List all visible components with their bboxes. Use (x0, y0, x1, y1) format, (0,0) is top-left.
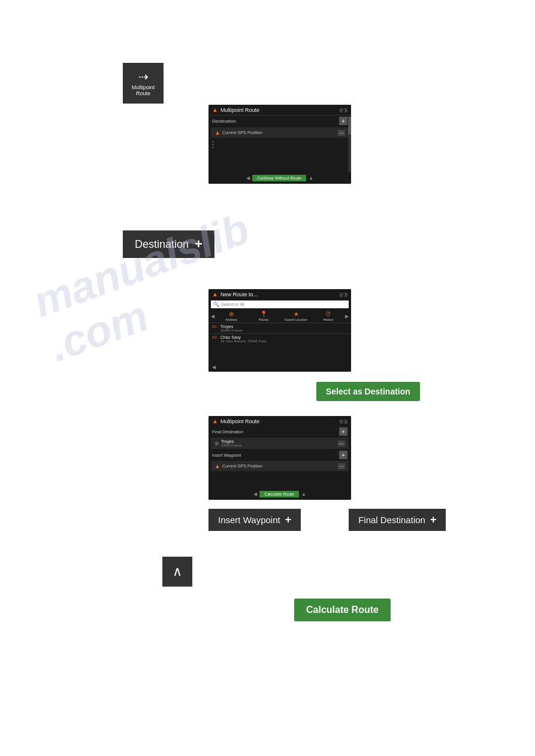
screen2-result1-sub: 10000 France (220, 329, 243, 332)
screen2-next-btn[interactable]: ▶ (345, 314, 349, 319)
final-destination-label: Final Destination (358, 515, 425, 525)
screen2-cat-address[interactable]: ⊕ Address (216, 311, 247, 321)
screen3-top-bar: ▲ Multipoint Route ((·)) (208, 416, 351, 426)
screen3-gps-left: ▲ Current GPS Position (214, 463, 262, 469)
screen3-wifi-icon: ((·)) (340, 418, 347, 424)
multipoint-route-button[interactable]: ⇢ Multipoint Route (123, 63, 164, 104)
final-destination-button[interactable]: Final Destination + (349, 509, 446, 531)
screen3-troyes-row: ⊗ Troyes 10000 France — (211, 438, 349, 449)
waypoint-buttons-area: Insert Waypoint + Final Destination + (208, 509, 446, 531)
screen1-minus-btn[interactable]: — (338, 130, 345, 136)
screen3-final-dest-row: Final Destination + (208, 426, 351, 437)
final-dest-plus-icon: + (430, 514, 437, 526)
screen1-gps-row: ▲ Current GPS Position — (211, 127, 349, 138)
screen1-dest-plus-btn[interactable]: + (339, 117, 347, 125)
screen2-bottom-bar: ◀ (208, 362, 351, 372)
screen2-new-route: ▲ New Route to... ((·)) 🔍 Search in All … (208, 289, 351, 372)
screen2-back-btn[interactable]: ◀ (212, 365, 216, 370)
screen2-result1-num: #1 (212, 324, 218, 329)
screen3-arrow-icon: ▲ (212, 418, 218, 424)
screen3-gps-text: Current GPS Position (222, 464, 262, 468)
screen1-top-bar: ▲ Multipoint Route ((·)) (208, 105, 351, 116)
screen3-troyes-left: ⊗ Troyes 10000 France (214, 439, 241, 447)
screen2-result-2[interactable]: #2 Chez Savy 29, Rue Bacord, 75008 Paris (208, 333, 351, 344)
screen2-result1-info: Troyes 10000 France (220, 324, 243, 332)
destination-plus-icon: + (195, 236, 202, 252)
screen2-search-text: Search in All (221, 302, 244, 306)
screen3-calc-btn[interactable]: Calculate Route (259, 491, 299, 497)
screen3-title: Multipoint Route (220, 418, 259, 424)
screen3-waypoint-row: Insert Waypoint + (208, 450, 351, 460)
screen3-troyes-minus[interactable]: — (338, 441, 345, 447)
calculate-route-label: Calculate Route (306, 605, 379, 615)
screen1-back-btn[interactable]: ◀ (246, 175, 250, 181)
screen3-final-dest-plus[interactable]: + (339, 427, 347, 436)
select-as-destination-button[interactable]: Select as Destination (316, 382, 420, 401)
screen2-cat-saved[interactable]: ★ Saved Location (280, 311, 312, 321)
screen2-search-bar[interactable]: 🔍 Search in All (211, 300, 349, 308)
screen1-gps-left: ▲ Current GPS Position (214, 129, 262, 136)
multipoint-icon: ⇢ (138, 69, 149, 84)
screen3-gps-icon: ▲ (214, 463, 220, 469)
screen3-up-btn[interactable]: ▲ (301, 491, 306, 497)
screen2-prev-btn[interactable]: ◀ (211, 314, 214, 319)
screen1-title: Multipoint Route (220, 107, 259, 113)
insert-waypoint-button[interactable]: Insert Waypoint + (208, 509, 301, 531)
screen2-result2-name: Chez Savy (220, 335, 267, 339)
screen1-dot1 (212, 141, 214, 142)
screen1-dot3 (212, 147, 214, 148)
screen2-address-label: Address (225, 318, 237, 321)
screen1-continue-btn[interactable]: Continue Without Route (252, 175, 306, 181)
destination-button[interactable]: Destination + (123, 230, 214, 258)
screen3-waypoint-label: Insert Waypoint (212, 453, 241, 457)
screen1-dot2 (212, 144, 214, 145)
multipoint-icon-area: ⇢ (138, 69, 149, 84)
screen1-scrollbar[interactable] (348, 117, 351, 173)
screen2-result-1[interactable]: #1 Troyes 10000 France (208, 323, 351, 333)
screen2-title-area: ▲ New Route to... (212, 291, 258, 297)
screen3-multipoint-with-troyes: ▲ Multipoint Route ((·)) Final Destinati… (208, 416, 351, 500)
screen3-gps-minus[interactable]: — (338, 463, 345, 469)
insert-waypoint-label: Insert Waypoint (218, 515, 280, 525)
screen2-places-label: Places (259, 318, 269, 321)
screen1-bottom-bar: ◀ Continue Without Route ▲ (208, 172, 351, 184)
screen3-troyes-info: Troyes 10000 France (221, 439, 241, 447)
screen1-arrow-icon: ▲ (212, 107, 218, 113)
screen2-cat-places[interactable]: 📍 Places (248, 311, 279, 321)
screen3-back-btn[interactable]: ◀ (253, 491, 257, 497)
screen1-gps-icon: ▲ (214, 129, 220, 136)
screen2-saved-label: Saved Location (285, 318, 307, 321)
screen1-gps-text: Current GPS Position (222, 130, 262, 135)
screen2-search-icon: 🔍 (213, 302, 219, 307)
destination-button-area: Destination + (123, 230, 214, 258)
screen2-history-label: History (323, 318, 333, 321)
screen1-multipoint-route: ▲ Multipoint Route ((·)) Destination + ▲… (208, 105, 351, 184)
screen2-title: New Route to... (220, 292, 258, 297)
screen2-result2-sub: 29, Rue Bacord, 75008 Paris (220, 339, 267, 343)
screen2-wifi-icon: ((·)) (340, 292, 347, 297)
screen3-troyes-sub: 10000 France (221, 444, 241, 447)
destination-button-label: Destination (135, 238, 189, 251)
up-arrow-button[interactable]: ∧ (162, 557, 192, 587)
screen1-route-lines (208, 139, 351, 150)
screen1-scrollbar-thumb (348, 117, 351, 135)
screen2-result1-name: Troyes (220, 324, 243, 329)
screen3-troyes-name: Troyes (221, 439, 241, 444)
screen2-history-icon: ⏱ (325, 311, 331, 317)
screen2-cat-history[interactable]: ⏱ History (313, 311, 344, 321)
select-dest-label: Select as Destination (326, 387, 410, 396)
screen1-up-btn[interactable]: ▲ (309, 175, 313, 181)
screen2-places-icon: 📍 (260, 311, 267, 317)
screen3-gps-row: ▲ Current GPS Position — (211, 461, 349, 471)
screen2-top-bar: ▲ New Route to... ((·)) (208, 289, 351, 299)
screen2-address-icon: ⊕ (229, 311, 234, 317)
screen2-result2-info: Chez Savy 29, Rue Bacord, 75008 Paris (220, 335, 267, 343)
calculate-route-button[interactable]: Calculate Route (294, 599, 391, 621)
insert-waypoint-plus-icon: + (285, 514, 292, 526)
screen2-result2-num: #2 (212, 335, 218, 339)
up-arrow-icon: ∧ (173, 564, 182, 579)
screen1-title-area: ▲ Multipoint Route (212, 107, 259, 113)
multipoint-button-label: Multipoint Route (132, 85, 155, 97)
screen3-waypoint-plus[interactable]: + (339, 451, 347, 459)
screen1-wifi-icon: ((·)) (340, 107, 347, 113)
